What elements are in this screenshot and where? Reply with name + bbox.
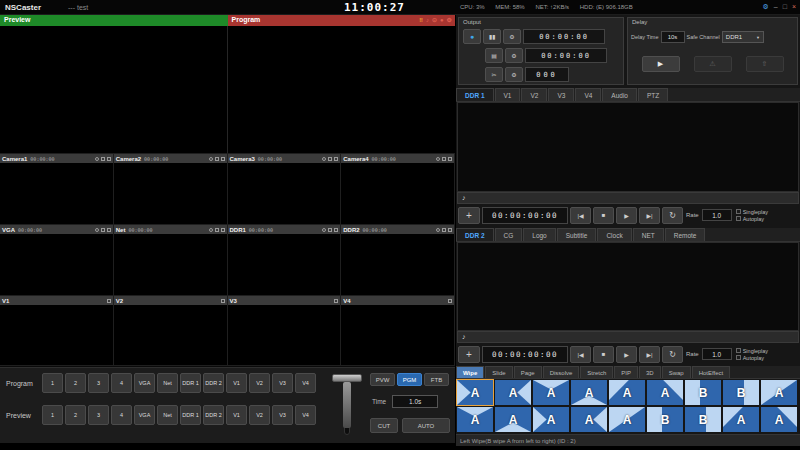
tab-v1[interactable]: V1 — [495, 88, 521, 101]
ddr1-media-list[interactable] — [457, 102, 799, 192]
speaker-icon[interactable]: ♪ — [462, 193, 466, 203]
stream-settings-icon[interactable]: ⚙ — [505, 48, 523, 63]
player2-stop-button[interactable]: ■ — [593, 346, 614, 363]
tab-audio[interactable]: Audio — [602, 88, 637, 101]
safe-channel-dropdown[interactable]: DDR1 ▼ — [722, 31, 764, 43]
maximize-icon[interactable]: □ — [783, 2, 787, 12]
player2-singleplay-checkbox[interactable]: Singleplay — [736, 348, 768, 354]
effect-thumb[interactable]: A — [609, 407, 645, 432]
multiview-cell-v3[interactable]: V3 — [228, 296, 342, 366]
preview-bus-net[interactable]: Net — [157, 405, 178, 425]
effect-thumb[interactable]: A — [533, 380, 569, 405]
record-settings-icon[interactable]: ⚙ — [503, 29, 521, 44]
effect-thumb[interactable]: B — [723, 380, 759, 405]
player1-rate-input[interactable]: 1.0 — [702, 209, 732, 221]
player2-add-media-button[interactable]: + — [458, 346, 480, 363]
preview-bus-2[interactable]: 2 — [65, 405, 86, 425]
record-button[interactable]: ● — [463, 29, 481, 44]
player1-stop-button[interactable]: ■ — [593, 207, 614, 224]
tab-remote[interactable]: Remote — [665, 228, 706, 241]
close-icon[interactable]: × — [792, 2, 796, 12]
multiview-cell-v4[interactable]: V4 — [341, 296, 455, 366]
delay-warning-button[interactable]: ⚠ — [694, 56, 732, 72]
tab-logo[interactable]: Logo — [523, 228, 555, 241]
pvw-button[interactable]: PVW — [370, 373, 395, 386]
program-bus-v4[interactable]: V4 — [295, 373, 316, 393]
pgm-button[interactable]: PGM — [397, 373, 422, 386]
tab-subtitle[interactable]: Subtitle — [557, 228, 597, 241]
effect-thumb[interactable]: A — [761, 380, 797, 405]
tab-slide[interactable]: Slide — [485, 366, 512, 378]
record-icon[interactable]: ● — [440, 16, 444, 25]
program-bus-3[interactable]: 3 — [88, 373, 109, 393]
effect-thumb[interactable]: A — [609, 380, 645, 405]
player1-next-button[interactable]: ▶| — [639, 207, 660, 224]
tab-cg[interactable]: CG — [495, 228, 523, 241]
multiview-cell-ddr2[interactable]: DDR2 00:00:00 — [341, 225, 455, 296]
effect-thumb[interactable]: A — [457, 407, 493, 432]
delay-play-button[interactable]: ▶ — [642, 56, 680, 72]
clip-button[interactable]: ✂ — [485, 67, 503, 82]
effect-thumb[interactable]: A — [761, 407, 797, 432]
multiview-cell-camera2[interactable]: Camera2 00:00:00 — [114, 154, 228, 225]
program-bus-net[interactable]: Net — [157, 373, 178, 393]
ftb-button[interactable]: FTB — [424, 373, 449, 386]
delay-time-input[interactable]: 10s — [661, 31, 685, 43]
effect-thumb[interactable]: A — [495, 380, 531, 405]
program-bus-v1[interactable]: V1 — [226, 373, 247, 393]
t-bar-handle[interactable] — [332, 374, 362, 382]
preview-bus-ddr1[interactable]: DDR 1 — [180, 405, 201, 425]
tab-v2[interactable]: V2 — [521, 88, 547, 101]
clip-settings-icon[interactable]: ⚙ — [505, 67, 523, 82]
preview-bus-1[interactable]: 1 — [42, 405, 63, 425]
player1-autoplay-checkbox[interactable]: Autoplay — [736, 216, 768, 222]
tab-3d[interactable]: 3D — [639, 366, 661, 378]
tab-ddr2[interactable]: DDR 2 — [456, 228, 494, 241]
program-bus-ddr2[interactable]: DDR 2 — [203, 373, 224, 393]
preview-bus-v2[interactable]: V2 — [249, 405, 270, 425]
tab-swap[interactable]: Swap — [662, 366, 691, 378]
preview-bus-v3[interactable]: V3 — [272, 405, 293, 425]
settings-icon[interactable]: ⚙ — [762, 2, 768, 12]
program-bus-4[interactable]: 4 — [111, 373, 132, 393]
effect-thumb[interactable]: A — [723, 407, 759, 432]
effect-thumb[interactable]: A — [571, 380, 607, 405]
time-input[interactable]: 1.0s — [392, 395, 438, 408]
program-bus-vga[interactable]: VGA — [134, 373, 155, 393]
preview-bus-v4[interactable]: V4 — [295, 405, 316, 425]
broadcast-icon[interactable]: ⊙ — [432, 16, 437, 25]
effect-thumb-left-wipe[interactable]: A — [457, 380, 493, 405]
program-bus-ddr1[interactable]: DDR 1 — [180, 373, 201, 393]
tab-page[interactable]: Page — [514, 366, 542, 378]
preview-bus-vga[interactable]: VGA — [134, 405, 155, 425]
player1-play-button[interactable]: ▶ — [616, 207, 637, 224]
effect-thumb[interactable]: A — [495, 407, 531, 432]
tab-dissolve[interactable]: Dissolve — [543, 366, 580, 378]
tab-wipe[interactable]: Wipe — [456, 366, 484, 378]
ddr2-media-list[interactable] — [457, 242, 799, 331]
preview-bus-4[interactable]: 4 — [111, 405, 132, 425]
program-bus-1[interactable]: 1 — [42, 373, 63, 393]
multiview-cell-ddr1[interactable]: DDR1 00:00:00 — [228, 225, 342, 296]
effect-thumb[interactable]: A — [647, 380, 683, 405]
player2-rate-input[interactable]: 1.0 — [702, 348, 732, 360]
player1-singleplay-checkbox[interactable]: Singleplay — [736, 209, 768, 215]
pause-record-button[interactable]: ▮▮ — [483, 29, 501, 44]
auto-button[interactable]: AUTO — [402, 418, 450, 433]
program-bus-v2[interactable]: V2 — [249, 373, 270, 393]
audio-icon[interactable]: ♪ — [426, 16, 429, 25]
player2-autoplay-checkbox[interactable]: Autoplay — [736, 355, 768, 361]
multiview-cell-vga[interactable]: VGA 00:00:00 — [0, 225, 114, 296]
effect-thumb[interactable]: B — [685, 407, 721, 432]
tab-hoteffect[interactable]: HotEffect — [692, 366, 731, 378]
delay-eject-button[interactable]: ⇧ — [746, 56, 784, 72]
player2-prev-button[interactable]: |◀ — [570, 346, 591, 363]
minimize-icon[interactable]: – — [774, 2, 778, 12]
cut-button[interactable]: CUT — [370, 418, 398, 433]
multiview-cell-camera4[interactable]: Camera4 00:00:00 — [341, 154, 455, 225]
effect-thumb[interactable]: A — [571, 407, 607, 432]
player1-prev-button[interactable]: |◀ — [570, 207, 591, 224]
player2-loop-button[interactable]: ↻ — [662, 346, 683, 363]
player1-loop-button[interactable]: ↻ — [662, 207, 683, 224]
multiview-cell-camera3[interactable]: Camera3 00:00:00 — [228, 154, 342, 225]
